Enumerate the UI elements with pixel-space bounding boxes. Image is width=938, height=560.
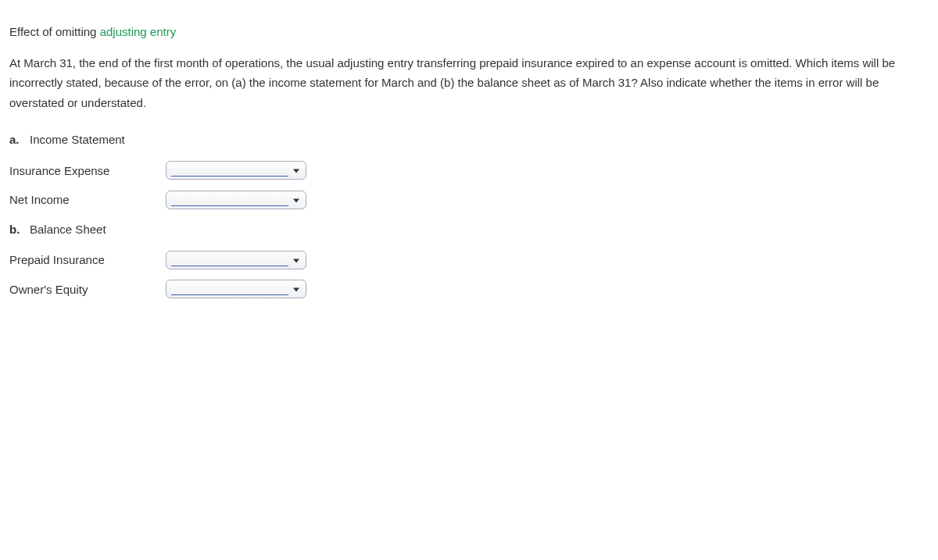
page-title: Effect of omitting adjusting entry [9, 22, 929, 42]
owners-equity-select[interactable] [166, 280, 306, 298]
section-b-letter: b. [9, 219, 23, 240]
insurance-expense-label: Insurance Expense [9, 161, 150, 181]
title-prefix: Effect of omitting [9, 25, 100, 38]
title-link[interactable]: adjusting entry [100, 25, 177, 38]
form-row-prepaid-insurance: Prepaid Insurance [9, 250, 929, 270]
question-text: At March 31, the end of the first month … [9, 53, 929, 113]
prepaid-insurance-label: Prepaid Insurance [9, 250, 150, 270]
section-a-letter: a. [9, 130, 23, 150]
net-income-label: Net Income [9, 190, 150, 210]
form-row-insurance-expense: Insurance Expense [9, 161, 929, 181]
section-a-header: a. Income Statement [9, 130, 929, 150]
net-income-select[interactable] [166, 191, 306, 209]
form-row-owners-equity: Owner's Equity [9, 280, 929, 300]
section-b-header: b. Balance Sheet [9, 219, 929, 240]
insurance-expense-select[interactable] [166, 161, 306, 180]
prepaid-insurance-select[interactable] [166, 251, 306, 269]
section-a-label: Income Statement [30, 130, 125, 150]
owners-equity-label: Owner's Equity [9, 280, 150, 300]
section-b-label: Balance Sheet [30, 219, 106, 240]
form-row-net-income: Net Income [9, 190, 929, 210]
